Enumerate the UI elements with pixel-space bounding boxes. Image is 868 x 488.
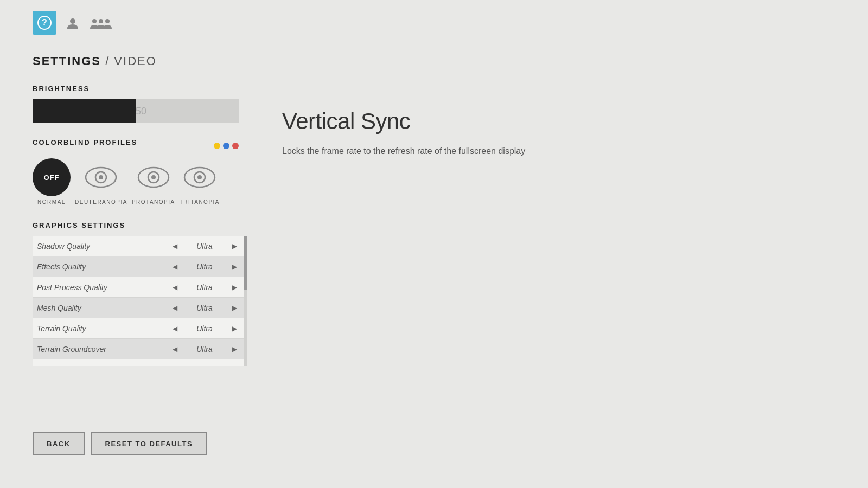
brightness-fill [33, 99, 136, 123]
top-nav: ? [33, 11, 113, 35]
info-title: Vertical Sync [282, 108, 553, 134]
row-value-shadow: Ultra [180, 242, 229, 251]
svg-point-3 [92, 19, 97, 23]
svg-point-4 [99, 19, 103, 23]
cb-off-label: OFF [33, 158, 71, 196]
graphics-list-container: Shadow Quality ◀ Ultra ▶ Effects Quality… [33, 236, 247, 366]
row-value-aa: FXAA High [180, 365, 229, 367]
cb-option-protanopia[interactable]: PROTANOPIA [132, 158, 175, 205]
arrow-left-effects[interactable]: ◀ [169, 261, 180, 272]
cb-label-normal: NORMAL [37, 199, 66, 205]
back-button[interactable]: BACK [33, 432, 85, 455]
dot-blue [223, 143, 229, 149]
dot-yellow [214, 143, 220, 149]
colorblind-options: OFF NORMAL DEUTERANOPIA [33, 158, 282, 205]
cb-icon-protanopia [135, 158, 173, 196]
arrow-right-effects[interactable]: ▶ [229, 261, 240, 272]
row-label-effects: Effects Quality [37, 262, 169, 271]
table-row: Mesh Quality ◀ Ultra ▶ [33, 298, 244, 318]
cb-option-normal[interactable]: OFF NORMAL [33, 158, 71, 205]
brightness-label: BRIGHTNESS [33, 85, 282, 93]
cb-option-deuteranopia[interactable]: DEUTERANOPIA [75, 158, 127, 205]
table-row: Shadow Quality ◀ Ultra ▶ [33, 236, 244, 256]
user-nav-icon[interactable] [61, 11, 85, 35]
cb-label-tritanopia: TRITANOPIA [180, 199, 220, 205]
colorblind-header: COLORBLIND PROFILES [33, 138, 239, 153]
arrow-left-terrain[interactable]: ◀ [169, 323, 180, 334]
table-row: Effects Quality ◀ Ultra ▶ [33, 256, 244, 277]
row-label-aa: Anti-aliasing [37, 365, 169, 367]
row-label-postprocess: Post Process Quality [37, 283, 169, 292]
bottom-buttons: BACK RESET TO DEFAULTS [33, 432, 207, 455]
row-value-terrain: Ultra [180, 324, 229, 333]
graphics-list: Shadow Quality ◀ Ultra ▶ Effects Quality… [33, 236, 244, 366]
color-dots [214, 143, 239, 149]
colorblind-label: COLORBLIND PROFILES [33, 138, 137, 146]
table-row: Post Process Quality ◀ Ultra ▶ [33, 277, 244, 298]
cb-label-deuteranopia: DEUTERANOPIA [75, 199, 127, 205]
svg-point-11 [151, 175, 156, 179]
arrow-right-postprocess[interactable]: ▶ [229, 282, 240, 293]
row-value-mesh: Ultra [180, 304, 229, 312]
row-label-shadow: Shadow Quality [37, 242, 169, 251]
main-content: SETTINGS / VIDEO BRIGHTNESS 50 COLORBLIN… [33, 54, 282, 377]
table-row: Terrain Quality ◀ Ultra ▶ [33, 318, 244, 339]
title-slash: / [101, 54, 114, 68]
title-sub: VIDEO [114, 54, 156, 68]
arrow-left-postprocess[interactable]: ◀ [169, 282, 180, 293]
arrow-right-mesh[interactable]: ▶ [229, 303, 240, 313]
cb-label-protanopia: PROTANOPIA [132, 199, 175, 205]
cb-option-tritanopia[interactable]: TRITANOPIA [180, 158, 220, 205]
arrow-left-groundcover[interactable]: ◀ [169, 344, 180, 355]
brightness-slider[interactable]: 50 [33, 99, 239, 123]
cb-icon-normal: OFF [33, 158, 71, 196]
page-title: SETTINGS / VIDEO [33, 54, 282, 68]
row-label-mesh: Mesh Quality [37, 304, 169, 312]
arrow-right-shadow[interactable]: ▶ [229, 241, 240, 252]
help-nav-icon[interactable]: ? [33, 11, 56, 35]
brightness-section: BRIGHTNESS 50 [33, 85, 282, 123]
row-value-effects: Ultra [180, 262, 229, 271]
info-description: Locks the frame rate to the refresh rate… [282, 144, 553, 158]
arrow-left-aa[interactable]: ◀ [169, 364, 180, 367]
arrow-left-shadow[interactable]: ◀ [169, 241, 180, 252]
table-row: Anti-aliasing ◀ FXAA High ▶ [33, 359, 244, 366]
scroll-thumb[interactable] [244, 236, 247, 290]
row-value-groundcover: Ultra [180, 345, 229, 354]
row-label-groundcover: Terrain Groundcover [37, 345, 169, 354]
arrow-left-mesh[interactable]: ◀ [169, 303, 180, 313]
brightness-track: 50 [33, 99, 239, 123]
svg-point-14 [197, 175, 202, 179]
cb-icon-tritanopia [181, 158, 219, 196]
arrow-right-groundcover[interactable]: ▶ [229, 344, 240, 355]
colorblind-section: COLORBLIND PROFILES OFF NORMAL [33, 138, 282, 205]
dot-red [232, 143, 239, 149]
svg-text:?: ? [42, 18, 47, 27]
reset-button[interactable]: RESET TO DEFAULTS [91, 432, 207, 455]
group-nav-icon[interactable] [89, 11, 113, 35]
graphics-label: GRAPHICS SETTINGS [33, 221, 282, 229]
scrollbar[interactable] [244, 236, 247, 366]
title-main: SETTINGS [33, 54, 101, 68]
svg-point-2 [70, 18, 75, 24]
row-value-postprocess: Ultra [180, 283, 229, 292]
cb-icon-deuteranopia [82, 158, 120, 196]
arrow-right-terrain[interactable]: ▶ [229, 323, 240, 334]
svg-point-8 [99, 175, 103, 179]
arrow-right-aa[interactable]: ▶ [229, 364, 240, 367]
graphics-section: GRAPHICS SETTINGS Shadow Quality ◀ Ultra… [33, 221, 282, 366]
row-label-terrain: Terrain Quality [37, 324, 169, 333]
svg-point-5 [105, 19, 110, 23]
info-panel: Vertical Sync Locks the frame rate to th… [282, 108, 553, 158]
table-row: Terrain Groundcover ◀ Ultra ▶ [33, 339, 244, 359]
brightness-value: 50 [136, 106, 146, 117]
